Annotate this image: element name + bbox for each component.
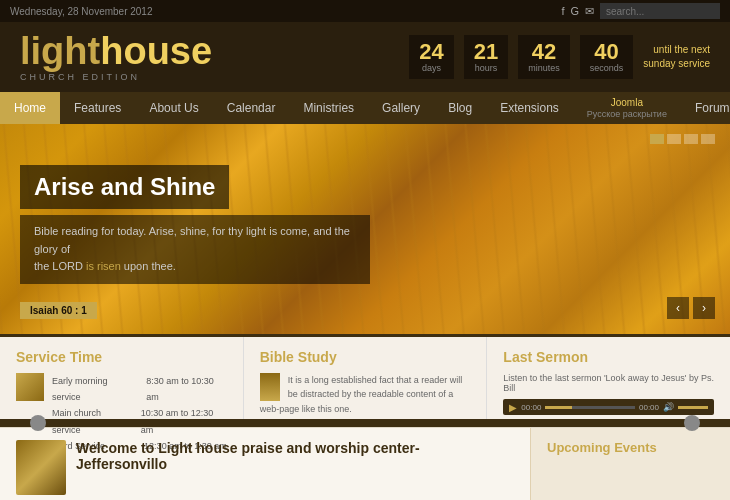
- nav-home[interactable]: Home: [0, 92, 60, 124]
- slider-dot-3[interactable]: [684, 134, 698, 144]
- bible-study-block: Bible Study It is a long established fac…: [244, 337, 488, 419]
- slider-dots: [650, 134, 715, 144]
- upcoming-section: Upcoming Events: [530, 428, 730, 500]
- slider-dot-1[interactable]: [650, 134, 664, 144]
- countdown-seconds: 40 seconds: [580, 35, 634, 79]
- nav-gallery[interactable]: Gallery: [368, 92, 434, 124]
- slider-prev[interactable]: ‹: [667, 297, 689, 319]
- slider-next[interactable]: ›: [693, 297, 715, 319]
- welcome-content: Welcome to Light house praise and worshi…: [76, 440, 514, 500]
- social-icons: f G ✉: [561, 3, 720, 19]
- logo-text: lighthouse: [20, 32, 212, 70]
- progress-bar[interactable]: [545, 406, 635, 409]
- slider-dot-2[interactable]: [667, 134, 681, 144]
- bottom-section: Welcome to Light house praise and worshi…: [0, 427, 730, 500]
- bible-thumb: [260, 373, 280, 401]
- hero-subtitle: Bible reading for today. Arise, shine, f…: [20, 215, 370, 284]
- countdown-days: 24 days: [409, 35, 453, 79]
- hero-slider: Arise and Shine Bible reading for today.…: [0, 124, 730, 334]
- date-display: Wednesday, 28 November 2012: [10, 6, 153, 17]
- bible-text: It is a long established fact that a rea…: [260, 373, 471, 416]
- search-input[interactable]: [600, 3, 720, 19]
- nav-ministries[interactable]: Ministries: [289, 92, 368, 124]
- header: lighthouse CHURCH EDITION 24 days 21 hou…: [0, 22, 730, 92]
- total-time: 00:00: [639, 403, 659, 412]
- hero-text-box: Arise and Shine Bible reading for today.…: [20, 165, 370, 284]
- countdown: 24 days 21 hours 42 minutes 40 seconds u…: [409, 35, 710, 79]
- nav-forum[interactable]: Forum: [681, 92, 730, 124]
- service-title: Service Time: [16, 349, 227, 365]
- slider-dot-4[interactable]: [701, 134, 715, 144]
- countdown-minutes: 42 minutes: [518, 35, 570, 79]
- service-time-block: Service Time Early morning service 8:30 …: [0, 337, 244, 419]
- service-row-1: Early morning service 8:30 am to 10:30 a…: [52, 373, 227, 405]
- hero-verse[interactable]: Isaiah 60 : 1: [20, 302, 97, 319]
- logo-subtitle: CHURCH EDITION: [20, 72, 212, 82]
- upcoming-title: Upcoming Events: [547, 440, 714, 455]
- nav-extensions[interactable]: Extensions: [486, 92, 573, 124]
- google-icon[interactable]: G: [570, 5, 579, 17]
- info-section: Service Time Early morning service 8:30 …: [0, 334, 730, 419]
- play-button[interactable]: ▶: [509, 402, 517, 413]
- slider-controls: ‹ ›: [667, 297, 715, 319]
- audio-player: ▶ 00:00 00:00 🔊: [503, 399, 714, 415]
- volume-icon[interactable]: 🔊: [663, 402, 674, 412]
- service-thumb: [16, 373, 44, 401]
- navigation: Home Features About Us Calendar Ministri…: [0, 92, 730, 124]
- top-bar: Wednesday, 28 November 2012 f G ✉: [0, 0, 730, 22]
- facebook-icon[interactable]: f: [561, 5, 564, 17]
- volume-bar[interactable]: [678, 406, 708, 409]
- welcome-avatar: [16, 440, 66, 495]
- nav-features[interactable]: Features: [60, 92, 135, 124]
- logo: lighthouse CHURCH EDITION: [20, 32, 212, 82]
- welcome-title: Welcome to Light house praise and worshi…: [76, 440, 514, 472]
- last-sermon-title: Last Sermon: [503, 349, 714, 365]
- logo-house: house: [100, 30, 212, 72]
- countdown-hours: 21 hours: [464, 35, 508, 79]
- nav-about[interactable]: About Us: [135, 92, 212, 124]
- nav-joomla[interactable]: Joomla Русское раскрытие: [573, 92, 681, 124]
- bible-study-title: Bible Study: [260, 349, 471, 365]
- progress-fill: [545, 406, 572, 409]
- sermon-text: Listen to the last sermon 'Look away to …: [503, 373, 714, 393]
- last-sermon-block: Last Sermon Listen to the last sermon 'L…: [487, 337, 730, 419]
- logo-light: light: [20, 30, 100, 72]
- section-divider: [0, 419, 730, 427]
- hero-title: Arise and Shine: [20, 165, 229, 209]
- welcome-section: Welcome to Light house praise and worshi…: [0, 428, 530, 500]
- nav-blog[interactable]: Blog: [434, 92, 486, 124]
- current-time: 00:00: [521, 403, 541, 412]
- nav-calendar[interactable]: Calendar: [213, 92, 290, 124]
- countdown-label: until the next sunday service: [643, 43, 710, 71]
- email-icon[interactable]: ✉: [585, 5, 594, 18]
